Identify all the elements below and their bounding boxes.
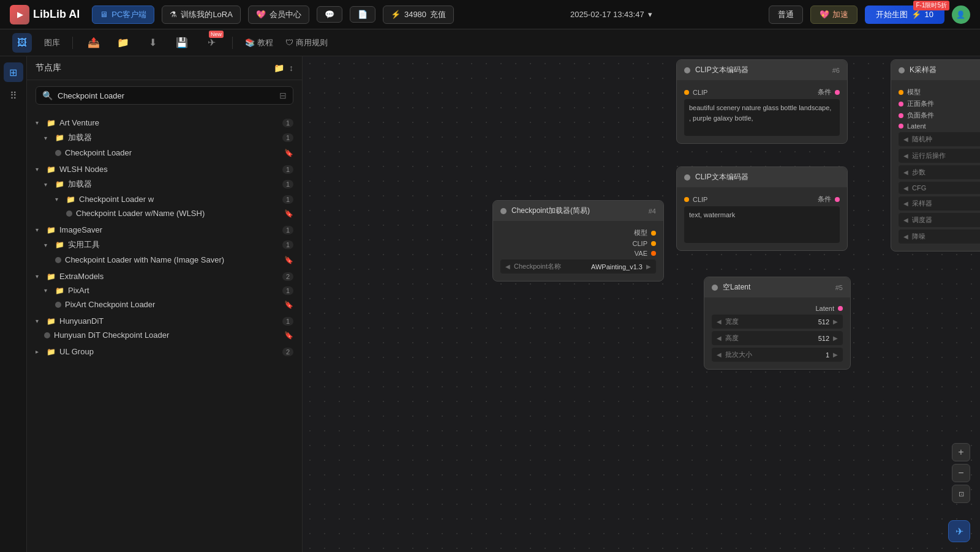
prev-btn[interactable]: ◀ [717, 335, 722, 341]
model-in-label: 模型 [907, 88, 921, 97]
commercial-link[interactable]: 🛡 商用规则 [285, 37, 328, 48]
node-body: 模型 CLIP VAE [493, 221, 663, 281]
group-hunyuan: ▾ 📁 HunyuanDiT 1 Hunyuan DiT Checkpoint … [27, 313, 302, 343]
sampler-param[interactable]: ◀ 采样器 euler ▶ [899, 196, 980, 211]
gallery-icon[interactable]: 🖼 [12, 33, 32, 53]
save-icon[interactable]: 💾 [173, 34, 190, 51]
postprocess-param[interactable]: ◀ 运行后操作 randomize ▶ [899, 149, 980, 163]
seed-param[interactable]: ◀ 随机种 156680208700286 ▶ [899, 132, 980, 146]
node-pixart-checkpoint-loader[interactable]: PixArt Checkpoint Loader 🔖 [27, 297, 302, 311]
gallery-label: 图库 [44, 37, 60, 48]
group-hunyuan-header[interactable]: ▾ 📁 HunyuanDiT 1 [27, 314, 302, 328]
filter-icon[interactable]: ⊟ [279, 91, 287, 100]
search-input[interactable] [58, 91, 274, 100]
group-pixart[interactable]: ▾ 📁 PixArt 1 [27, 283, 302, 297]
ksampler-node: K采样器 #3 模型 Latent 正面条 [891, 59, 980, 252]
bookmark-icon[interactable]: 🔖 [284, 256, 293, 264]
denoise-label: 降噪 [912, 232, 980, 241]
empty-latent-node: 空Latent #5 Latent ◀ 宽度 512 ▶ [704, 277, 851, 370]
zoom-out-button[interactable]: − [952, 464, 970, 482]
accel-mode-button[interactable]: 💖 加速 [810, 6, 858, 24]
batch-param[interactable]: ◀ 批次大小 1 ▶ [712, 348, 843, 362]
prev-btn[interactable]: ◀ [717, 351, 722, 358]
prev-btn[interactable]: ◀ [903, 200, 908, 207]
logo[interactable]: ▶ LibLib AI [10, 5, 80, 24]
group-extramodels-header[interactable]: ▾ 📁 ExtraModels 2 [27, 269, 302, 283]
node-checkpoint-loader-imagesaver[interactable]: Checkpoint Loader with Name (Image Saver… [27, 253, 302, 267]
grid-icon[interactable]: ⠿ [4, 86, 23, 105]
bookmark-icon[interactable]: 🔖 [284, 149, 293, 157]
group-wlsh-loader-w[interactable]: ▾ 📁 Checkpoint Loader w 1 [27, 192, 302, 206]
folder-add-icon[interactable]: 📁 [274, 63, 284, 73]
top-navigation: ▶ LibLib AI 🖥 PC客户端 ⚗ 训练我的LoRA 💖 会员中心 💬 … [0, 0, 980, 29]
prev-btn[interactable]: ◀ [903, 136, 908, 143]
steps-param[interactable]: ◀ 步数 20 ▶ [899, 165, 980, 179]
dropdown-icon[interactable]: ▾ [648, 10, 652, 19]
download-icon[interactable]: ⬇ [144, 34, 161, 51]
send-button-area: ✈ [948, 520, 970, 542]
width-param[interactable]: ◀ 宽度 512 ▶ [712, 315, 843, 329]
sampler-label: 采样器 [912, 199, 980, 208]
folder-icon: 📁 [55, 133, 64, 142]
zoom-in-button[interactable]: + [952, 443, 970, 461]
height-param[interactable]: ◀ 高度 512 ▶ [712, 331, 843, 345]
bookmark-icon[interactable]: 🔖 [284, 209, 293, 218]
upload-icon[interactable]: 📤 [85, 34, 102, 51]
sort-icon[interactable]: ↕ [289, 63, 293, 73]
document-button[interactable]: 📄 [350, 6, 375, 23]
group-wlsh-header[interactable]: ▾ 📁 WLSH Nodes 1 [27, 162, 302, 176]
send-button[interactable]: ✈ [948, 520, 970, 542]
fit-view-button[interactable]: ⊡ [952, 485, 970, 503]
next-btn[interactable]: ▶ [833, 335, 838, 341]
denoise-param[interactable]: ◀ 降噪 1.00 ▶ [899, 229, 980, 244]
start-generate-button[interactable]: F-1限时5折 开始生图 ⚡ 10 [865, 6, 944, 24]
checkpoint-name-select[interactable]: ◀ Checkpoint名称 AWPainting_v1.3 ▶ [500, 259, 656, 274]
group-art-venture-header[interactable]: ▾ 📁 Art Venture 1 [27, 116, 302, 130]
next-btn[interactable]: ▶ [646, 263, 651, 270]
bookmark-icon[interactable]: 🔖 [284, 331, 293, 340]
message-button[interactable]: 💬 [317, 6, 342, 23]
negative-prompt-text[interactable]: text, watermark [684, 206, 840, 243]
vip-center-button[interactable]: 💖 会员中心 [248, 6, 309, 24]
prev-btn[interactable]: ◀ [903, 217, 908, 223]
prev-btn[interactable]: ◀ [903, 233, 908, 240]
prev-btn[interactable]: ◀ [903, 185, 908, 192]
node-hunyuan-checkpoint-loader[interactable]: Hunyuan DiT Checkpoint Loader 🔖 [27, 328, 302, 342]
train-lora-button[interactable]: ⚗ 训练我的LoRA [162, 6, 241, 24]
prev-btn[interactable]: ◀ [717, 318, 722, 325]
height-label: 高度 [725, 334, 815, 343]
next-btn[interactable]: ▶ [833, 318, 838, 325]
group-wlsh-loader[interactable]: ▾ 📁 加载器 1 [27, 176, 302, 192]
canvas-area[interactable]: Checkpoint加载器(简易) #4 模型 CLIP [303, 56, 980, 552]
positive-prompt-text[interactable]: beautiful scenery nature glass bottle la… [684, 99, 840, 136]
pc-client-button[interactable]: 🖥 PC客户端 [92, 6, 154, 24]
left-panel: 节点库 📁 ↕ 🔍 ⊟ ▾ 📁 Art Venture 1 ▾ 📁 [27, 56, 303, 552]
prev-btn[interactable]: ◀ [505, 263, 510, 270]
group-imagesaver: ▾ 📁 ImageSaver 1 ▾ 📁 实用工具 1 Checkpoint L… [27, 222, 302, 268]
nodes-icon[interactable]: ⊞ [4, 62, 23, 82]
cfg-param[interactable]: ◀ CFG 8.0 ▶ [899, 182, 980, 194]
model-port-dot [651, 231, 656, 236]
node-title: CLIP文本编码器 [695, 172, 840, 182]
coins-charge-button[interactable]: ⚡ 34980 充值 [383, 6, 454, 24]
node-body: 模型 Latent 正面条件 负面条件 [891, 80, 980, 251]
node-tree: ▾ 📁 Art Venture 1 ▾ 📁 加载器 1 Checkpoint L… [27, 111, 302, 552]
monitor-icon: 🖥 [100, 10, 108, 19]
group-ul-header[interactable]: ▸ 📁 UL Group 2 [27, 345, 302, 359]
node-id: #6 [832, 67, 840, 74]
normal-mode-button[interactable]: 普通 [769, 6, 803, 24]
tutorial-link[interactable]: 📚 教程 [245, 37, 273, 48]
next-btn[interactable]: ▶ [833, 351, 838, 358]
user-avatar[interactable]: 👤 [952, 6, 970, 24]
prev-btn[interactable]: ◀ [903, 169, 908, 176]
scheduler-param[interactable]: ◀ 调度器 normal ▶ [899, 213, 980, 227]
bookmark-icon[interactable]: 🔖 [284, 300, 293, 309]
send-icon-nav[interactable]: ✈ New [203, 34, 220, 51]
node-checkpoint-loader-wlsh[interactable]: Checkpoint Loader w/Name (WLSH) 🔖 [27, 206, 302, 220]
node-checkpoint-loader-art[interactable]: Checkpoint Loader 🔖 [27, 146, 302, 160]
group-imagesaver-util[interactable]: ▾ 📁 实用工具 1 [27, 237, 302, 253]
prev-btn[interactable]: ◀ [903, 152, 908, 159]
group-imagesaver-header[interactable]: ▾ 📁 ImageSaver 1 [27, 223, 302, 237]
group-art-venture-loader[interactable]: ▾ 📁 加载器 1 [27, 130, 302, 146]
folder-icon[interactable]: 📁 [115, 34, 132, 51]
